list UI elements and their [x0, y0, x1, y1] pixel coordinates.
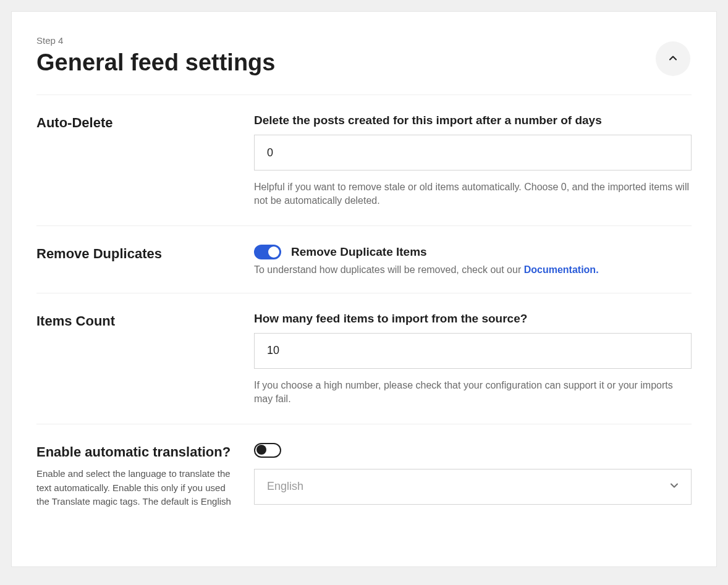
translation-toggle-row [254, 443, 692, 458]
remove-duplicates-toggle-row: Remove Duplicate Items [254, 245, 692, 259]
language-select-wrap: English [254, 469, 692, 505]
translation-sub: Enable and select the language to transl… [36, 467, 239, 509]
panel-header: Step 4 General feed settings [36, 35, 692, 95]
remove-duplicates-toggle[interactable] [254, 245, 281, 259]
remove-duplicates-helper-prefix: To understand how duplicates will be rem… [254, 264, 524, 275]
chevron-up-icon [667, 52, 679, 66]
row-right: Delete the posts created for this import… [254, 114, 692, 208]
row-items-count: Items Count How many feed items to impor… [36, 293, 692, 424]
auto-delete-field-title: Delete the posts created for this import… [254, 114, 692, 127]
row-translation: Enable automatic translation? Enable and… [36, 424, 692, 526]
auto-delete-label: Auto-Delete [36, 114, 239, 132]
toggle-knob [268, 246, 279, 258]
items-count-label: Items Count [36, 312, 239, 330]
panel-header-text: Step 4 General feed settings [36, 35, 275, 76]
row-right: English [254, 443, 692, 509]
auto-delete-helper: Helpful if you want to remove stale or o… [254, 180, 692, 208]
row-left: Remove Duplicates [36, 245, 254, 276]
row-remove-duplicates: Remove Duplicates Remove Duplicate Items… [36, 226, 692, 293]
collapse-button[interactable] [656, 41, 690, 76]
documentation-link[interactable]: Documentation. [524, 264, 599, 275]
translation-toggle[interactable] [254, 443, 281, 458]
remove-duplicates-toggle-label: Remove Duplicate Items [291, 245, 427, 259]
remove-duplicates-helper: To understand how duplicates will be rem… [254, 264, 692, 276]
row-right: How many feed items to import from the s… [254, 312, 692, 406]
items-count-field-title: How many feed items to import from the s… [254, 312, 692, 326]
panel-title: General feed settings [36, 49, 275, 76]
step-label: Step 4 [36, 35, 275, 46]
language-select[interactable]: English [254, 469, 692, 505]
row-left: Enable automatic translation? Enable and… [36, 443, 254, 509]
items-count-input[interactable] [254, 333, 692, 369]
language-select-value: English [267, 480, 303, 493]
row-right: Remove Duplicate Items To understand how… [254, 245, 692, 276]
items-count-helper: If you choose a high number, please chec… [254, 379, 692, 406]
remove-duplicates-label: Remove Duplicates [36, 245, 239, 263]
settings-panel: Step 4 General feed settings Auto-Delete… [11, 11, 717, 567]
row-left: Items Count [36, 312, 254, 406]
toggle-knob [256, 445, 266, 455]
row-auto-delete: Auto-Delete Delete the posts created for… [36, 95, 692, 226]
translation-label: Enable automatic translation? [36, 443, 239, 461]
row-left: Auto-Delete [36, 114, 254, 208]
auto-delete-input[interactable] [254, 135, 692, 170]
